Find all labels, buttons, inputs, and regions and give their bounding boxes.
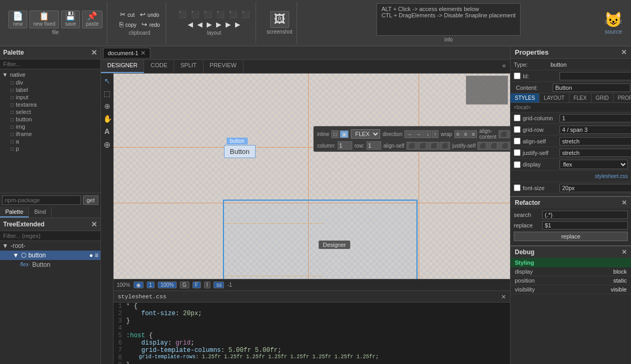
add-tool[interactable]: ⊕ [102,139,113,151]
canvas-area[interactable]: Button button Designer inline □ [114,74,510,279]
layout-btn-1[interactable]: ⬛ [177,10,188,19]
tab-designer[interactable]: DESIGNER [101,60,144,73]
justify-self-input[interactable] [559,149,631,157]
font-size-input[interactable] [559,184,631,192]
js-btn-1[interactable]: ⬛ [477,142,488,150]
layout-btn-9[interactable]: ▶ [205,20,213,29]
status-badge-i[interactable]: I [204,282,211,288]
pan-tool[interactable]: ✋ [102,113,113,124]
dir-btn-3[interactable]: ↓ [424,130,431,138]
align-self-checkbox[interactable] [514,138,521,144]
palette-item-textarea[interactable]: □textarea [0,101,100,108]
palette-item-label[interactable]: □label [0,86,100,93]
collapse-editor-button[interactable]: « [498,60,510,73]
as-btn-2[interactable]: ⬛ [418,142,428,150]
wrap-btn-2[interactable]: ≡ [462,130,470,138]
npm-input[interactable] [2,195,81,205]
text-tool[interactable]: A [102,126,113,137]
doc-tab-close-button[interactable]: ✕ [140,49,146,57]
display-select[interactable]: flex block grid [559,160,628,169]
cut-button[interactable]: ✂ cut [118,10,136,19]
layout-btn-8[interactable]: ◀ [196,20,204,29]
undo-button[interactable]: ↩ undo [138,10,161,19]
palette-item-iframe[interactable]: □iframe [0,130,100,138]
as-btn-3[interactable]: ⬛ [429,142,439,150]
canvas-button-element[interactable]: Button [224,145,256,158]
layout-btn-4[interactable]: ⬛ [215,10,226,19]
justify-self-checkbox[interactable] [514,149,521,156]
wrap-btn-3[interactable]: ≡ [470,130,477,138]
content-input[interactable] [553,84,630,92]
refactor-close-button[interactable]: ✕ [622,199,627,206]
pointer-tool[interactable]: ↖ [102,76,113,86]
properties-close-button[interactable]: ✕ [621,48,627,56]
tree-extended-filter-input[interactable] [0,231,100,241]
flex-tab[interactable]: FLEX [569,93,592,102]
npm-get-button[interactable]: get [83,195,98,205]
eye-icon[interactable]: ● [89,252,93,259]
layout-btn-11[interactable]: ▶ [224,20,232,29]
js-btn-3[interactable]: ⬛ [500,142,510,150]
js-btn-2[interactable]: ⬛ [488,142,499,150]
layout-btn-5[interactable]: ⬛ [227,10,239,19]
inline-off-btn[interactable]: □ [331,130,339,138]
column-input[interactable] [338,141,352,150]
redo-button[interactable]: ↪ redo [140,20,161,29]
document-tab[interactable]: document-1 ✕ [103,48,150,58]
dir-btn-2[interactable]: ← [414,130,424,138]
as-btn-4[interactable]: ⬛ [440,142,450,150]
align-self-input[interactable] [559,137,631,145]
layout-btn-2[interactable]: ⬛ [189,10,201,19]
styles-tab[interactable]: STYLES [511,93,540,102]
flex-direction-select[interactable]: FLEX [351,129,380,139]
new-fixed-button[interactable]: 📋 new fixed [29,11,59,28]
wrap-btn-1[interactable]: ≡ [454,130,462,138]
grid-row-checkbox[interactable] [514,126,521,133]
search-refactor-input[interactable] [542,211,628,219]
id-checkbox[interactable] [514,72,521,79]
palette-item-a[interactable]: □a [0,138,100,145]
grid-row-input[interactable] [559,126,631,134]
stylesheet-link[interactable]: stylesheet.css [595,173,628,179]
grid-column-checkbox[interactable] [514,115,521,121]
tab-palette[interactable]: Palette [0,207,29,217]
zoom-tool[interactable]: ⊕ [102,101,113,111]
prope-tab[interactable]: PROPE [614,93,631,102]
palette-item-div[interactable]: □div [0,79,100,86]
replace-refactor-input[interactable] [542,221,628,230]
source-button[interactable]: 😺 source [600,9,627,37]
layout-btn-6[interactable]: ⬛ [240,10,251,19]
more-icon[interactable]: ≡ [95,252,98,259]
palette-item-select[interactable]: □select [0,108,100,116]
layout-btn-7[interactable]: ◀ [186,20,195,29]
font-size-checkbox[interactable] [514,184,521,191]
tab-split[interactable]: SPLIT [174,60,203,73]
tab-preview[interactable]: PREVIEW [203,60,243,73]
copy-button[interactable]: ⎘ copy [118,20,138,29]
layout-tab[interactable]: LAYOUT [540,93,569,102]
palette-close-button[interactable]: ✕ [91,48,97,57]
layout-btn-10[interactable]: ▶ [215,20,223,29]
display-checkbox[interactable] [514,161,521,168]
status-badge-f[interactable]: F [192,282,201,288]
screenshot-button[interactable]: 🖼 [270,11,289,28]
palette-filter-input[interactable] [0,59,100,69]
dir-btn-1[interactable]: → [404,130,414,138]
status-badge-g[interactable]: G [180,282,189,288]
debug-close-button[interactable]: ✕ [622,248,627,256]
layout-btn-3[interactable]: ⬛ [202,10,213,19]
palette-item-button[interactable]: □button [0,116,100,123]
inline-on-btn[interactable]: ▣ [340,130,349,138]
code-editor-close-button[interactable]: ✕ [502,292,506,301]
paste-button[interactable]: 📌 paste [82,11,102,28]
grid-tab[interactable]: GRID [592,93,614,102]
tree-extended-close-button[interactable]: ✕ [91,220,97,228]
id-input[interactable] [559,72,631,80]
ac-btn-1[interactable]: ⬛ [498,130,509,138]
as-btn-1[interactable]: ⬛ [406,142,417,150]
tree-button-child[interactable]: ·flex· Button [0,260,100,269]
row-input[interactable] [367,141,381,150]
replace-button[interactable]: replace [514,232,628,241]
palette-item-p[interactable]: □p [0,145,100,152]
grid-column-input[interactable] [559,114,631,122]
